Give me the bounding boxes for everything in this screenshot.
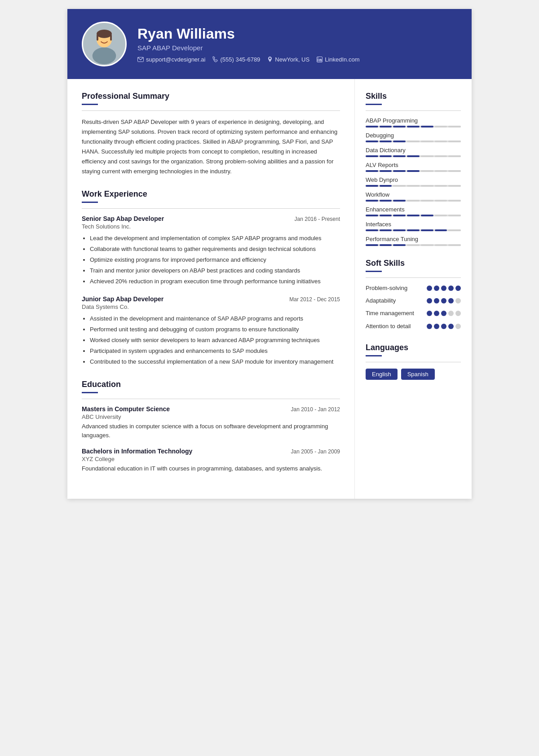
skill-seg-3-4	[421, 170, 433, 172]
skill-seg-1-3	[407, 141, 420, 142]
dot-3-1	[434, 324, 439, 329]
edu-item-0: Masters in Computer ScienceJan 2010 - Ja…	[82, 405, 340, 441]
skill-item-3: ALV Reports	[366, 162, 461, 172]
skill-seg-5-1	[380, 200, 392, 202]
skill-seg-6-2	[393, 215, 406, 216]
skill-seg-7-5	[435, 229, 447, 231]
contact-email: support@cvdesigner.ai	[137, 56, 205, 63]
skill-seg-2-6	[448, 155, 461, 157]
skill-item-5: Workflow	[366, 191, 461, 202]
contact-phone: (555) 345-6789	[212, 56, 260, 63]
experience-underline	[82, 202, 98, 203]
languages-title: Languages	[366, 343, 461, 352]
job-header-0: Senior Sap Abap DeveloperJan 2016 - Pres…	[82, 215, 340, 222]
job-item-1: Junior Sap Abap DeveloperMar 2012 - Dec …	[82, 295, 340, 367]
edu-container: Masters in Computer ScienceJan 2010 - Ja…	[82, 405, 340, 474]
skill-bar-7	[366, 229, 461, 231]
languages-underline	[366, 355, 382, 356]
skill-seg-4-5	[435, 185, 447, 187]
skill-seg-3-2	[393, 170, 406, 172]
skill-item-7: Interfaces	[366, 221, 461, 231]
skill-seg-5-4	[421, 200, 433, 202]
edu-date-1: Jan 2005 - Jan 2009	[291, 448, 340, 455]
skill-seg-0-3	[407, 126, 420, 127]
skill-seg-1-6	[448, 141, 461, 142]
skill-seg-1-0	[366, 141, 378, 142]
skill-seg-3-3	[407, 170, 420, 172]
skill-seg-4-0	[366, 185, 378, 187]
dot-2-4	[455, 311, 461, 316]
skills-title: Skills	[366, 92, 461, 101]
dot-2-2	[441, 311, 446, 316]
job-company-1: Data Systems Co.	[82, 303, 340, 310]
skill-seg-0-2	[393, 126, 406, 127]
experience-section: Work Experience Senior Sap Abap Develope…	[82, 189, 340, 367]
skill-seg-1-4	[421, 141, 433, 142]
skill-seg-5-6	[448, 200, 461, 202]
dot-2-1	[434, 311, 439, 316]
contact-location: NewYork, US	[267, 56, 309, 63]
dot-1-1	[434, 298, 439, 303]
skill-bar-0	[366, 126, 461, 127]
linkedin-icon	[317, 57, 323, 62]
job-company-0: Tech Solutions Inc.	[82, 223, 340, 230]
dot-3-3	[448, 324, 454, 329]
skill-seg-2-4	[421, 155, 433, 157]
bullet-0-3: Train and mentor junior developers on AB…	[90, 266, 340, 276]
skill-seg-7-4	[421, 229, 433, 231]
skill-name-3: ALV Reports	[366, 162, 461, 168]
svg-rect-5	[110, 35, 112, 40]
skill-seg-8-1	[380, 244, 392, 246]
skill-seg-2-3	[407, 155, 420, 157]
skill-seg-6-4	[421, 215, 433, 216]
summary-underline	[82, 104, 98, 105]
soft-skills-divider	[366, 277, 461, 278]
skill-seg-6-3	[407, 215, 420, 216]
summary-text: Results-driven SAP ABAP Developer with 9…	[82, 117, 340, 177]
location-icon	[267, 56, 273, 62]
skill-seg-6-5	[435, 215, 447, 216]
email-icon	[137, 57, 144, 62]
skill-seg-0-4	[421, 126, 433, 127]
header-name: Ryan Williams	[137, 26, 457, 42]
skill-seg-4-6	[448, 185, 461, 187]
soft-skill-name-3: Attention to detail	[366, 322, 423, 330]
soft-skill-dots-0	[427, 286, 461, 291]
skill-seg-2-5	[435, 155, 447, 157]
skill-seg-0-5	[435, 126, 447, 127]
skill-name-1: Debugging	[366, 132, 461, 139]
bullet-0-2: Optimize existing programs for improved …	[90, 255, 340, 265]
skill-seg-4-1	[380, 185, 392, 187]
skill-seg-0-1	[380, 126, 392, 127]
skill-item-4: Web Dynpro	[366, 176, 461, 187]
bullet-0-1: Collaborate with functional teams to gat…	[90, 244, 340, 254]
dot-0-2	[441, 286, 446, 291]
job-date-0: Jan 2016 - Present	[295, 216, 340, 222]
skill-bar-6	[366, 215, 461, 216]
edu-desc-1: Foundational education in IT with course…	[82, 464, 340, 474]
bullet-0-0: Lead the development and implementation …	[90, 233, 340, 243]
languages-tags: EnglishSpanish	[366, 369, 461, 380]
skill-seg-3-5	[435, 170, 447, 172]
skill-seg-7-2	[393, 229, 406, 231]
job-bullets-1: Assisted in the development and maintena…	[82, 314, 340, 367]
dot-1-4	[455, 298, 461, 303]
skill-seg-8-4	[421, 244, 433, 246]
skills-container: ABAP ProgrammingDebuggingData Dictionary…	[366, 117, 461, 246]
skill-seg-3-1	[380, 170, 392, 172]
skill-seg-8-2	[393, 244, 406, 246]
skill-seg-4-2	[393, 185, 406, 187]
skill-seg-7-6	[448, 229, 461, 231]
skill-bar-1	[366, 141, 461, 142]
skill-seg-2-1	[380, 155, 392, 157]
skill-name-8: Performance Tuning	[366, 236, 461, 242]
svg-point-9	[318, 57, 318, 58]
job-title-1: Junior Sap Abap Developer	[82, 295, 163, 303]
soft-skill-name-1: Adaptability	[366, 297, 423, 305]
edu-item-1: Bachelors in Information TechnologyJan 2…	[82, 448, 340, 474]
skill-seg-5-0	[366, 200, 378, 202]
skill-name-0: ABAP Programming	[366, 117, 461, 124]
education-divider	[82, 399, 340, 399]
lang-tag-english: English	[366, 369, 398, 380]
skill-seg-6-1	[380, 215, 392, 216]
